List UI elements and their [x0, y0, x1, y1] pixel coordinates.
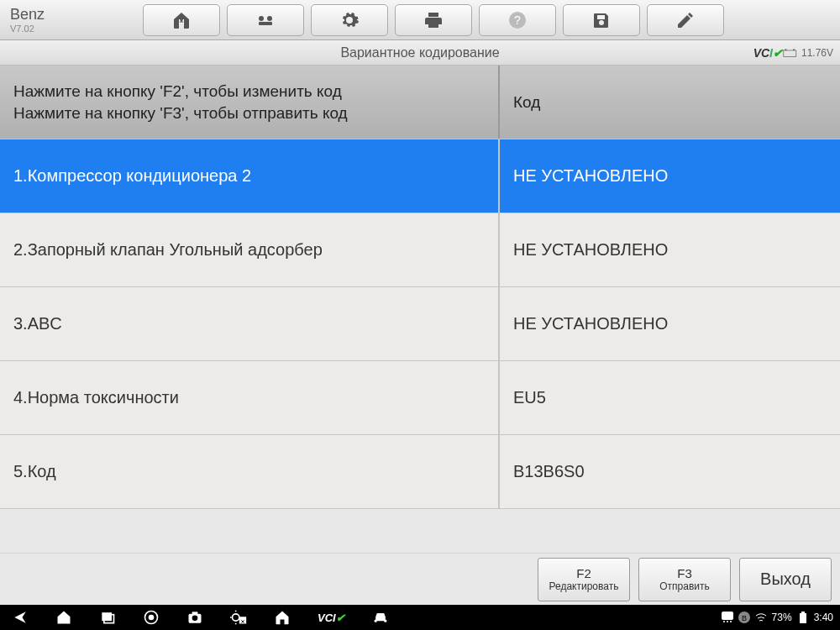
f2-edit-button[interactable]: F2 Редактировать	[538, 558, 630, 601]
recent-apps-icon[interactable]	[99, 609, 116, 626]
svg-rect-3	[259, 22, 272, 25]
print-button[interactable]	[395, 4, 472, 36]
app-title-box: Benz V7.02	[5, 6, 139, 34]
sub-header: Вариантное кодирование VCI✔ 11.76V	[0, 40, 840, 66]
battery-status-icon	[797, 612, 809, 623]
vehicle-button[interactable]	[227, 4, 304, 36]
back-icon[interactable]	[12, 609, 29, 626]
footer-bar: F2 Редактировать F3 Отправить Выход	[0, 553, 840, 605]
android-home-icon[interactable]	[55, 609, 72, 626]
row-label: 2.Запорный клапан Угольный адсорбер	[0, 213, 500, 286]
coding-table: Нажмите на кнопку 'F2', чтобы изменить к…	[0, 66, 840, 509]
brightness-icon[interactable]	[230, 609, 247, 626]
f3-line2: Отправить	[659, 580, 710, 592]
row-label: 3.ABC	[0, 287, 500, 360]
svg-text:M: M	[178, 18, 185, 26]
table-row[interactable]: 1.Компрессор кондиционера 2 НЕ УСТАНОВЛЕ…	[0, 139, 840, 213]
app-home-icon[interactable]	[274, 609, 291, 626]
engine-icon	[255, 10, 276, 30]
vci-bottom-badge[interactable]: VCI✔	[318, 612, 345, 624]
settings-button[interactable]	[311, 4, 388, 36]
svg-point-14	[192, 616, 198, 622]
svg-rect-23	[800, 613, 806, 623]
app-version: V7.02	[10, 24, 139, 34]
svg-rect-7	[785, 49, 786, 50]
notification-icon	[722, 612, 733, 623]
f2-line2: Редактировать	[549, 580, 619, 592]
f3-line1: F3	[677, 566, 692, 580]
svg-point-19	[727, 621, 728, 622]
row-label: 1.Компрессор кондиционера 2	[0, 139, 500, 213]
table-row[interactable]: 5.Код B13B6S0	[0, 435, 840, 509]
home-button[interactable]: M	[143, 4, 220, 36]
car-battery-indicator: 11.76V	[783, 47, 833, 59]
row-value: НЕ УСТАНОВЛЕНО	[500, 213, 840, 286]
pencil-icon	[675, 10, 696, 30]
svg-point-2	[267, 16, 272, 21]
bluetooth-icon: B	[738, 612, 750, 623]
table-header-row: Нажмите на кнопку 'F2', чтобы изменить к…	[0, 66, 840, 139]
table-row[interactable]: 4.Норма токсичности EU5	[0, 361, 840, 435]
clock: 3:40	[814, 612, 833, 623]
table-row[interactable]: 2.Запорный клапан Угольный адсорбер НЕ У…	[0, 213, 840, 287]
f2-line1: F2	[576, 566, 591, 580]
home-icon: M	[171, 10, 192, 30]
header-instructions: Нажмите на кнопку 'F2', чтобы изменить к…	[0, 66, 500, 139]
row-value: EU5	[500, 361, 840, 434]
exit-button[interactable]: Выход	[739, 558, 832, 601]
page-title: Вариантное кодирование	[340, 45, 499, 60]
edit-button[interactable]	[647, 4, 724, 36]
battery-icon	[783, 48, 798, 58]
gear-icon	[339, 10, 360, 30]
camera-icon[interactable]	[186, 609, 203, 626]
svg-rect-6	[784, 50, 796, 57]
row-value: НЕ УСТАНОВЛЕНО	[500, 287, 840, 360]
exit-label: Выход	[760, 570, 811, 589]
svg-rect-8	[793, 49, 795, 50]
svg-point-18	[723, 621, 725, 622]
car-icon[interactable]	[372, 609, 389, 626]
row-value: НЕ УСТАНОВЛЕНО	[500, 139, 840, 213]
android-status: B 73% 3:40	[722, 612, 840, 623]
svg-text:B: B	[742, 614, 747, 622]
vci-badge: VCI✔	[753, 46, 783, 60]
svg-point-12	[149, 615, 155, 621]
app-title: Benz	[10, 6, 139, 24]
voltage-value: 11.76V	[801, 47, 833, 59]
row-label: 5.Код	[0, 435, 500, 508]
chrome-icon[interactable]	[143, 609, 160, 626]
svg-point-16	[233, 614, 239, 621]
help-button[interactable]: ?	[479, 4, 556, 36]
svg-point-20	[730, 621, 732, 622]
svg-point-1	[259, 16, 264, 21]
row-value: B13B6S0	[500, 435, 840, 508]
header-code-label: Код	[500, 66, 840, 139]
table-row[interactable]: 3.ABC НЕ УСТАНОВЛЕНО	[0, 287, 840, 361]
svg-rect-24	[801, 612, 805, 613]
svg-text:?: ?	[514, 13, 521, 27]
save-button[interactable]	[563, 4, 640, 36]
wifi-icon	[755, 612, 767, 623]
android-nav-bar: VCI✔ B 73% 3:40	[0, 605, 840, 630]
question-icon: ?	[507, 10, 528, 30]
top-toolbar: Benz V7.02 M ?	[0, 0, 840, 40]
f3-send-button[interactable]: F3 Отправить	[638, 558, 731, 601]
svg-rect-15	[192, 612, 198, 614]
svg-rect-17	[722, 612, 733, 620]
row-label: 4.Норма токсичности	[0, 361, 500, 434]
battery-percent: 73%	[772, 612, 792, 623]
printer-icon	[423, 10, 444, 30]
save-icon	[591, 10, 612, 30]
